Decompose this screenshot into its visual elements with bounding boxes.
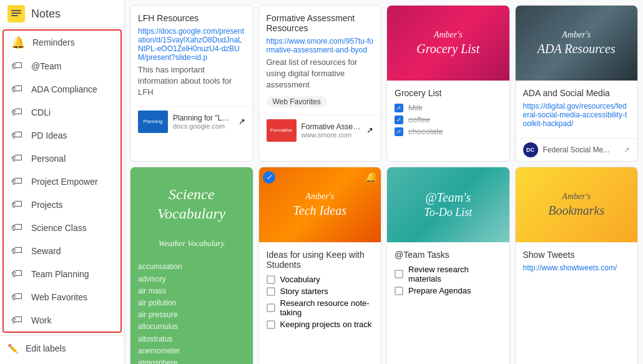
image-subtitle: To-Do List: [424, 205, 472, 220]
note-title: ADA and Social Media: [523, 88, 631, 98]
sidebar-item-science-class[interactable]: 🏷 Science Class: [4, 216, 120, 239]
checklist-item: Story starters: [267, 285, 374, 297]
sidebar-item-label: @Team: [31, 61, 61, 71]
sidebar-item-web-favorites[interactable]: 🏷 Web Favorites: [4, 285, 120, 308]
sidebar-item-personal[interactable]: 🏷 Personal: [4, 147, 120, 170]
sidebar-item-cdli[interactable]: 🏷 CDLi: [4, 101, 120, 124]
image-subtitle: Amber's: [548, 191, 604, 202]
label-icon: 🏷: [11, 129, 24, 142]
note-title: Ideas for using Keep with Students: [267, 250, 374, 270]
external-link-icon: ↗: [624, 145, 630, 154]
checklist-item: chocolate: [395, 125, 502, 137]
dc-logo: DC: [523, 142, 538, 157]
linked-doc-title: Planning for "Lear...: [173, 114, 233, 122]
note-link[interactable]: https://digital.gov/resources/federal-so…: [523, 102, 631, 128]
sidebar: Notes 🔔 Reminders 🏷 @Team 🏷 ADA Complian…: [0, 0, 125, 364]
note-title: Show Tweets: [523, 250, 631, 260]
checkbox: [395, 287, 403, 295]
main-content: LFH Resources https://docs.google.com/pr…: [125, 0, 643, 364]
checklist-item: Prepare Agendas: [395, 285, 502, 297]
sidebar-item-label: Project Empower: [31, 177, 98, 187]
sidebar-item-label: Team Planning: [31, 269, 89, 279]
note-link[interactable]: https://docs.google.com/presentation/d/1…: [138, 27, 245, 62]
note-text: Great list of resources for using digita…: [267, 57, 374, 91]
sidebar-item-project-empower[interactable]: 🏷 Project Empower: [4, 170, 120, 193]
checklist-item: Research resource note-taking: [267, 297, 374, 318]
note-bookmarks[interactable]: Amber's Bookmarks Show Tweets http://www…: [515, 167, 639, 364]
label-icon: 🏷: [11, 175, 24, 188]
edit-labels-item[interactable]: ✏️ Edit labels: [0, 338, 124, 358]
label-icon: 🏷: [11, 221, 24, 234]
linked-doc-url: docs.google.com: [173, 122, 233, 130]
notes-grid: LFH Resources https://docs.google.com/pr…: [130, 5, 638, 364]
note-link[interactable]: https://www.smore.com/957tu-formative-as…: [267, 37, 374, 54]
linked-doc-title: Formative Assess...: [302, 122, 362, 131]
image-subtitle: Amber's: [293, 191, 346, 202]
note-tech-ideas[interactable]: ✓ 🔔 Amber's Tech Ideas Ideas for using K…: [258, 167, 382, 364]
note-image-title: ScienceVocabulary: [138, 175, 245, 229]
sidebar-item-reminders[interactable]: 🔔 Reminders: [4, 31, 120, 54]
checkbox: [395, 104, 403, 112]
checkbox: [267, 303, 275, 312]
sidebar-item-work[interactable]: 🏷 Work: [4, 308, 120, 332]
checklist-item: Review research materials: [395, 263, 502, 285]
label-icon: 🏷: [11, 152, 24, 165]
note-image: ✓ 🔔 Amber's Tech Ideas: [259, 167, 381, 242]
sidebar-item-projects[interactable]: 🏷 Projects: [4, 193, 120, 216]
note-formative-assessment[interactable]: Formative Assessment Resources https://w…: [258, 5, 382, 162]
linked-doc-title: Federal Social Me...: [543, 145, 619, 154]
sidebar-item-team[interactable]: 🏷 @Team: [4, 54, 120, 77]
linked-doc: DC Federal Social Me... ↗: [516, 138, 638, 161]
archive-item[interactable]: ⬇ Archive: [0, 358, 124, 364]
checkbox: [267, 275, 275, 284]
linked-doc: Planning Planning for "Lear... docs.goog…: [130, 106, 253, 137]
sidebar-item-label: PD Ideas: [31, 130, 67, 140]
app-logo: [7, 5, 25, 22]
label-icon: 🏷: [11, 106, 24, 119]
selected-checkmark: ✓: [263, 171, 275, 184]
note-lfh-resources[interactable]: LFH Resources https://docs.google.com/pr…: [130, 5, 253, 162]
checklist-text: chocolate: [408, 127, 443, 136]
note-text: This has important information about too…: [138, 64, 245, 99]
checkbox: [267, 320, 275, 329]
note-title: Weather Vocabulary: [138, 229, 245, 258]
sidebar-item-label: Work: [31, 315, 51, 325]
note-ada-resources[interactable]: Amber's ADA Resources ADA and Social Med…: [515, 5, 639, 162]
sidebar-item-label: Projects: [31, 200, 63, 210]
sidebar-item-label: Seward: [31, 246, 61, 256]
note-science-vocabulary[interactable]: ScienceVocabulary Weather Vocabulary acc…: [130, 167, 253, 364]
checklist-item: Keeping projects on track: [267, 318, 374, 330]
image-title: Grocery List: [416, 41, 479, 57]
linked-doc: Formative Formative Assess... www.smore.…: [259, 115, 381, 145]
note-link[interactable]: http://www.showtweets.com/: [523, 263, 631, 272]
image-subtitle: Amber's: [537, 29, 616, 41]
note-title: @Team Tasks: [395, 250, 502, 260]
note-team-todo[interactable]: @Team's To-Do List @Team Tasks Review re…: [386, 167, 510, 364]
sidebar-item-label: ADA Compliance: [31, 84, 97, 94]
sidebar-header: Notes: [0, 0, 124, 28]
sidebar-item-team-planning[interactable]: 🏷 Team Planning: [4, 262, 120, 285]
sidebar-item-seward[interactable]: 🏷 Seward: [4, 239, 120, 262]
edit-icon: ✏️: [7, 343, 18, 353]
sidebar-item-label: Reminders: [32, 37, 75, 47]
reminder-bell-icon: 🔔: [365, 171, 377, 183]
checklist-text: Review research materials: [408, 265, 502, 283]
checklist-text: Prepare Agendas: [408, 286, 471, 295]
label-icon: 🏷: [11, 82, 24, 96]
sidebar-item-label: CDLi: [31, 107, 51, 117]
note-image: Amber's ADA Resources: [516, 6, 638, 81]
image-title: Tech Ideas: [293, 202, 346, 219]
checkbox: [395, 127, 403, 136]
image-title: Bookmarks: [548, 202, 604, 219]
sidebar-item-ada-compliance[interactable]: 🏷 ADA Compliance: [4, 77, 120, 101]
note-title: Grocery List: [395, 88, 502, 98]
checklist-item: Vocabulary: [267, 273, 374, 285]
note-grocery-list[interactable]: Amber's Grocery List Grocery List Milk c…: [386, 5, 510, 162]
label-icon: 🏷: [11, 313, 24, 327]
label-icon: 🏷: [11, 244, 24, 257]
image-title: @Team's: [424, 189, 472, 205]
checklist-item: Milk: [395, 102, 502, 114]
checklist-text: Vocabulary: [280, 275, 320, 284]
sidebar-item-pd-ideas[interactable]: 🏷 PD Ideas: [4, 124, 120, 147]
image-title: ADA Resources: [537, 41, 616, 57]
